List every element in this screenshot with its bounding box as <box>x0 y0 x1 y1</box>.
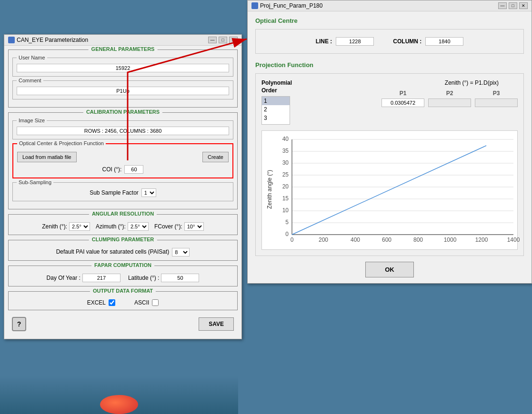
image-size-group: Image Size <box>12 120 233 139</box>
proj-titlebar: Proj_Func_Param_P180 — □ ✕ <box>248 0 532 11</box>
calibration-parameters-label: CALIBRATION PARAMETERS <box>83 109 162 115</box>
fcover-label: FCover (°): <box>154 223 182 230</box>
save-button[interactable]: SAVE <box>199 317 234 331</box>
user-name-label: User Name <box>17 55 47 60</box>
chart-svg: Zenith angle (°) 0 <box>266 135 523 244</box>
user-name-input[interactable] <box>17 64 229 72</box>
clumping-parameter-label: CLUMPING PARAMETER <box>89 237 157 242</box>
load-matlab-btn[interactable]: Load from matlab file <box>17 152 77 162</box>
svg-text:20: 20 <box>282 183 289 190</box>
proj-close[interactable]: ✕ <box>519 2 528 9</box>
poly-order-item-1[interactable]: 1 <box>262 97 290 105</box>
svg-text:200: 200 <box>319 237 328 243</box>
optical-centre-title: Optical Centre <box>255 17 524 24</box>
svg-text:15: 15 <box>282 195 289 202</box>
background-image <box>0 376 238 414</box>
excel-label: EXCEL <box>87 299 106 306</box>
svg-text:10: 10 <box>282 207 289 214</box>
sub-sample-factor-label: Sub Sample Factor <box>90 189 139 196</box>
p3-col: P3 <box>475 90 518 107</box>
optical-center-label: Optical Center & Projection Function <box>17 140 106 146</box>
line-group: LINE : <box>316 37 374 46</box>
proj-minimize[interactable]: — <box>498 2 507 9</box>
ok-button[interactable]: OK <box>365 262 414 277</box>
latitude-input[interactable] <box>161 274 199 282</box>
column-input[interactable] <box>425 37 463 46</box>
user-name-group: User Name <box>12 58 233 77</box>
formula-p-section: Zenith (°) = P1.D(pix) P1 P2 P3 <box>300 79 518 107</box>
proj-func-window: Proj_Func_Param_P180 — □ ✕ Optical Centr… <box>247 0 532 284</box>
p1-input[interactable] <box>381 99 424 107</box>
p3-input[interactable] <box>475 99 518 107</box>
coi-label: COI (°): <box>102 166 122 173</box>
can-eye-maximize[interactable]: □ <box>219 37 227 43</box>
proj-func-box: PolynomialOrder 1 2 3 Zenith (°) = P1.D(… <box>255 73 524 256</box>
p1-header: P1 <box>400 90 407 97</box>
can-eye-minimize[interactable]: — <box>208 37 217 43</box>
can-eye-body: GENERAL PARAMETERS User Name Comment CAL… <box>4 46 241 339</box>
fapar-computation-label: FAPAR COMPUTATION <box>91 262 154 268</box>
zenith-item: Zenith (°): 2.5°5°10° <box>42 222 90 231</box>
day-of-year-label: Day Of Year : <box>47 275 80 281</box>
general-parameters-section: GENERAL PARAMETERS User Name Comment <box>8 49 238 108</box>
fapar-row: Day Of Year : Latitude (°) : <box>12 274 233 282</box>
excel-item: EXCEL <box>87 299 115 306</box>
poly-order-item-2[interactable]: 2 <box>262 105 290 114</box>
bottom-bar: ? SAVE <box>8 315 238 335</box>
proj-restore[interactable]: □ <box>509 2 517 9</box>
p2-input[interactable] <box>428 99 471 107</box>
coi-input[interactable] <box>124 165 143 174</box>
can-eye-window: CAN_EYE Parameterization — □ ✕ GENERAL P… <box>4 34 242 339</box>
can-eye-title-text: CAN_EYE Parameterization <box>17 37 88 43</box>
sub-sampling-group: Sub-Sampling Sub Sample Factor 1 2 4 <box>12 182 233 201</box>
proj-controls: — □ ✕ <box>498 2 528 9</box>
can-eye-icon <box>8 37 15 43</box>
planet-shape <box>100 395 138 414</box>
sub-sampling-label: Sub-Sampling <box>17 179 53 185</box>
svg-text:600: 600 <box>382 237 391 243</box>
help-button[interactable]: ? <box>12 317 26 331</box>
image-size-label: Image Size <box>17 118 47 123</box>
proj-icon <box>251 2 258 9</box>
clumping-parameter-section: CLUMPING PARAMETER Default PAI value for… <box>8 240 238 261</box>
zenith-select[interactable]: 2.5°5°10° <box>69 222 90 231</box>
zenith-formula: Zenith (°) = P1.D(pix) <box>445 79 518 86</box>
excel-checkbox[interactable] <box>109 299 115 306</box>
svg-text:800: 800 <box>413 237 423 243</box>
create-btn[interactable]: Create <box>202 152 229 162</box>
poly-row: PolynomialOrder 1 2 3 Zenith (°) = P1.D(… <box>261 79 518 125</box>
optical-center-group: Optical Center & Projection Function Loa… <box>12 143 233 178</box>
fapar-computation-section: FAPAR COMPUTATION Day Of Year : Latitude… <box>8 266 238 286</box>
day-of-year-input[interactable] <box>82 274 120 282</box>
pai-select[interactable]: 8412 <box>172 248 190 256</box>
image-size-input <box>17 127 229 135</box>
comment-input[interactable] <box>17 87 229 95</box>
azimuth-select[interactable]: 2.5°5°10° <box>128 222 149 231</box>
can-eye-controls: — □ ✕ <box>208 37 238 43</box>
line-input[interactable] <box>336 37 374 46</box>
angular-row: Zenith (°): 2.5°5°10° Azimuth (°): 2.5°5… <box>12 222 233 231</box>
pai-label: Default PAI value for saturated cells (P… <box>56 248 170 256</box>
ascii-label: ASCII <box>134 299 149 306</box>
svg-text:0: 0 <box>285 231 289 237</box>
calibration-parameters-section: CALIBRATION PARAMETERS Image Size Optica… <box>8 112 238 209</box>
x-ticks: 0 200 400 600 800 1000 1200 1400 <box>291 237 520 243</box>
comment-group: Comment <box>12 80 233 99</box>
svg-text:1000: 1000 <box>444 237 457 243</box>
sub-sample-factor-select[interactable]: 1 2 4 <box>141 188 156 197</box>
output-row: EXCEL ASCII <box>12 299 233 306</box>
can-eye-close[interactable]: ✕ <box>229 37 238 43</box>
column-label: COLUMN : <box>393 38 422 45</box>
zenith-label: Zenith (°): <box>42 223 67 230</box>
fcover-select[interactable]: 10°5°20° <box>184 222 204 231</box>
ascii-checkbox[interactable] <box>152 299 159 306</box>
p2-col: P2 <box>428 90 471 107</box>
proj-title-text: Proj_Func_Param_P180 <box>260 2 322 9</box>
proj-body: Optical Centre LINE : COLUMN : Projectio… <box>248 11 532 283</box>
azimuth-label: Azimuth (°): <box>96 223 126 230</box>
chart-container: Zenith angle (°) 0 <box>261 130 518 250</box>
poly-order-listbox[interactable]: 1 2 3 <box>261 96 290 125</box>
svg-text:35: 35 <box>282 148 289 154</box>
coi-row: COI (°): <box>17 165 229 174</box>
poly-order-item-3[interactable]: 3 <box>262 114 290 122</box>
